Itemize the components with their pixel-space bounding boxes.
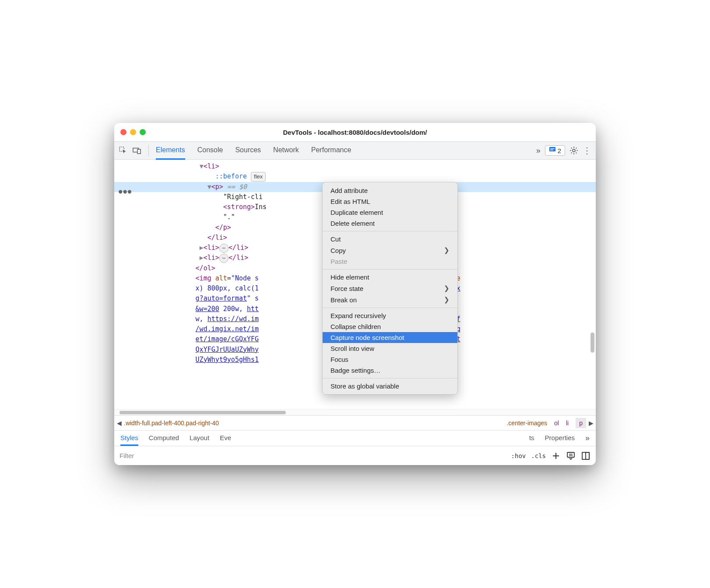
tab-network[interactable]: Network	[273, 142, 299, 160]
window-title: DevTools - localhost:8080/docs/devtools/…	[114, 129, 596, 136]
inspect-element-icon[interactable]	[119, 146, 127, 155]
context-menu-item[interactable]: Copy❯	[323, 245, 457, 256]
toggle-hov-button[interactable]: :hov	[511, 452, 526, 459]
context-menu-item[interactable]: Delete element	[323, 218, 457, 229]
vertical-scrollbar[interactable]	[590, 332, 594, 353]
horizontal-scrollbar-thumb[interactable]	[120, 411, 286, 414]
breadcrumb-segment-selected[interactable]: p	[576, 418, 586, 428]
more-subtabs-chevron-icon[interactable]: »	[585, 434, 590, 443]
context-menu: Add attributeEdit as HTMLDuplicate eleme…	[322, 182, 458, 395]
svg-point-6	[573, 149, 575, 152]
tab-sources[interactable]: Sources	[235, 142, 261, 160]
context-menu-label: Break on	[330, 296, 357, 304]
issues-button[interactable]: 2	[545, 145, 565, 156]
context-menu-label: Copy	[330, 247, 346, 254]
submenu-chevron-icon: ❯	[444, 296, 450, 304]
context-menu-item[interactable]: Expand recursively	[323, 310, 457, 321]
breadcrumb-segment[interactable]: ol	[554, 420, 559, 427]
svg-rect-9	[586, 452, 589, 459]
context-menu-item[interactable]: Capture node screenshot	[323, 332, 457, 343]
tab-console[interactable]: Console	[197, 142, 223, 160]
expand-ellipsis-icon[interactable]: ⋯	[219, 244, 228, 253]
context-menu-separator	[323, 269, 457, 270]
context-menu-label: Add attribute	[330, 187, 368, 194]
subtab-computed[interactable]: Computed	[149, 431, 179, 446]
breadcrumb-segment[interactable]: .center-images	[506, 420, 547, 427]
svg-rect-7	[567, 452, 574, 457]
dom-breadcrumb: ◀ .width-full.pad-left-400.pad-right-40 …	[114, 415, 596, 430]
breadcrumb-scroll-right-icon[interactable]: ▶	[586, 420, 596, 427]
styles-filter-input[interactable]	[120, 452, 310, 459]
context-menu-separator	[323, 231, 457, 231]
layout-flex-badge[interactable]: flex	[251, 172, 266, 182]
subtab-ts-suffix[interactable]: ts	[529, 431, 534, 446]
submenu-chevron-icon: ❯	[444, 284, 450, 292]
context-menu-item[interactable]: Hide element	[323, 272, 457, 283]
context-menu-label: Force state	[330, 285, 363, 292]
context-menu-item[interactable]: Scroll into view	[323, 343, 457, 354]
svg-rect-5	[550, 150, 553, 150]
new-style-rule-plus-icon[interactable]	[551, 451, 561, 461]
svg-rect-2	[137, 149, 141, 154]
context-menu-item[interactable]: Edit as HTML	[323, 196, 457, 207]
toggle-cls-button[interactable]: .cls	[531, 452, 546, 459]
expand-ellipsis-icon[interactable]: ⋯	[219, 254, 228, 263]
main-toolbar: Elements Console Sources Network Perform…	[114, 141, 596, 160]
styles-filter-bar: :hov .cls	[114, 446, 596, 465]
context-menu-label: Cut	[330, 235, 341, 243]
context-menu-separator	[323, 378, 457, 378]
subtab-styles[interactable]: Styles	[120, 431, 138, 446]
context-menu-label: Scroll into view	[330, 345, 374, 352]
rendering-icon[interactable]	[566, 451, 576, 461]
dom-line[interactable]: ::before flex	[114, 172, 596, 182]
breadcrumb-segment[interactable]: .width-full.pad-left-400.pad-right-40	[124, 420, 219, 427]
context-menu-item: Paste	[323, 256, 457, 267]
svg-rect-3	[549, 147, 555, 151]
context-menu-item[interactable]: Focus	[323, 354, 457, 365]
horizontal-scrollbar-track[interactable]	[114, 409, 596, 415]
settings-gear-icon[interactable]	[569, 146, 578, 155]
context-menu-item[interactable]: Force state❯	[323, 283, 457, 294]
context-menu-item[interactable]: Collapse children	[323, 321, 457, 332]
subtab-properties[interactable]: Properties	[545, 431, 575, 446]
context-menu-label: Capture node screenshot	[330, 334, 404, 341]
more-tabs-chevron-icon[interactable]: »	[536, 146, 541, 155]
breadcrumb-segment[interactable]: li	[566, 420, 569, 427]
device-toolbar-icon[interactable]	[133, 146, 141, 155]
more-menu-icon[interactable]: ⋮	[583, 146, 591, 155]
context-menu-separator	[323, 308, 457, 308]
context-menu-item[interactable]: Add attribute	[323, 185, 457, 196]
subtab-layout[interactable]: Layout	[190, 431, 209, 446]
titlebar: DevTools - localhost:8080/docs/devtools/…	[114, 123, 596, 141]
context-menu-item[interactable]: Break on❯	[323, 294, 457, 305]
context-menu-label: Expand recursively	[330, 312, 386, 319]
context-menu-item[interactable]: Store as global variable	[323, 381, 457, 392]
context-menu-label: Collapse children	[330, 323, 381, 330]
context-menu-label: Delete element	[330, 220, 375, 227]
context-menu-label: Store as global variable	[330, 382, 399, 390]
context-menu-label: Paste	[330, 258, 347, 265]
submenu-chevron-icon: ❯	[444, 246, 450, 254]
tab-elements[interactable]: Elements	[156, 142, 185, 160]
context-menu-label: Focus	[330, 356, 348, 363]
panel-tabs: Elements Console Sources Network Perform…	[156, 142, 531, 160]
context-menu-label: Badge settings…	[330, 367, 380, 374]
issues-icon	[549, 147, 556, 154]
context-menu-label: Duplicate element	[330, 209, 383, 216]
context-menu-item[interactable]: Badge settings…	[323, 365, 457, 376]
issues-count: 2	[558, 147, 561, 154]
tab-performance[interactable]: Performance	[311, 142, 351, 160]
toolbar-separator	[148, 145, 149, 156]
context-menu-label: Hide element	[330, 273, 369, 281]
breadcrumb-scroll-left-icon[interactable]: ◀	[114, 420, 124, 427]
context-menu-item[interactable]: Cut	[323, 234, 457, 245]
styles-pane-tabs: Styles Computed Layout Eve ts Properties…	[114, 430, 596, 446]
computed-sidebar-icon[interactable]	[581, 451, 590, 461]
context-menu-item[interactable]: Duplicate element	[323, 207, 457, 218]
svg-rect-4	[550, 148, 555, 149]
context-menu-label: Edit as HTML	[330, 198, 370, 205]
devtools-window: DevTools - localhost:8080/docs/devtools/…	[114, 123, 596, 465]
subtab-events[interactable]: Eve	[220, 431, 231, 446]
selected-line-gutter-icon[interactable]: ●●●	[119, 187, 132, 196]
dom-line[interactable]: ▼<li>	[114, 161, 596, 172]
